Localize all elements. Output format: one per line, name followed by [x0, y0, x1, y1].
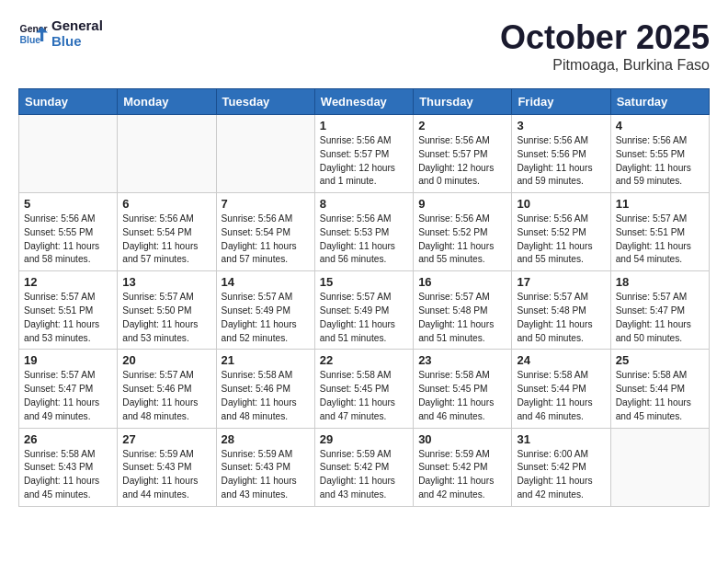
cell-sun-info: Sunrise: 5:56 AM Sunset: 5:56 PM Dayligh…	[517, 134, 605, 189]
day-number: 12	[24, 275, 112, 289]
weekday-header-wednesday: Wednesday	[314, 89, 413, 115]
day-number: 20	[122, 353, 210, 367]
location-subtitle: Pitmoaga, Burkina Faso	[500, 57, 710, 74]
calendar-cell: 30Sunrise: 5:59 AM Sunset: 5:42 PM Dayli…	[414, 428, 512, 506]
cell-sun-info: Sunrise: 5:56 AM Sunset: 5:54 PM Dayligh…	[122, 213, 210, 267]
calendar-cell: 18Sunrise: 5:57 AM Sunset: 5:47 PM Dayli…	[610, 271, 709, 350]
cell-sun-info: Sunrise: 5:59 AM Sunset: 5:43 PM Dayligh…	[222, 448, 310, 502]
day-number: 6	[122, 197, 210, 211]
calendar-cell: 3Sunrise: 5:56 AM Sunset: 5:56 PM Daylig…	[512, 115, 610, 193]
cell-sun-info: Sunrise: 5:56 AM Sunset: 5:52 PM Dayligh…	[418, 213, 506, 267]
calendar-cell: 5Sunrise: 5:56 AM Sunset: 5:55 PM Daylig…	[19, 193, 118, 271]
cell-sun-info: Sunrise: 5:57 AM Sunset: 5:50 PM Dayligh…	[122, 291, 210, 345]
cell-sun-info: Sunrise: 5:57 AM Sunset: 5:48 PM Dayligh…	[517, 291, 605, 345]
day-number: 30	[418, 432, 506, 446]
day-number: 14	[222, 275, 310, 289]
cell-sun-info: Sunrise: 5:57 AM Sunset: 5:49 PM Dayligh…	[320, 291, 408, 345]
day-number: 13	[122, 275, 210, 289]
day-number: 19	[24, 353, 112, 367]
calendar-cell: 22Sunrise: 5:58 AM Sunset: 5:45 PM Dayli…	[314, 350, 413, 428]
cell-sun-info: Sunrise: 5:57 AM Sunset: 5:47 PM Dayligh…	[24, 369, 112, 423]
logo-icon: General Blue	[18, 19, 48, 49]
calendar-week-4: 19Sunrise: 5:57 AM Sunset: 5:47 PM Dayli…	[19, 350, 710, 428]
day-number: 11	[616, 197, 704, 211]
cell-sun-info: Sunrise: 5:59 AM Sunset: 5:42 PM Dayligh…	[320, 448, 408, 502]
weekday-header-thursday: Thursday	[414, 89, 512, 115]
calendar-cell: 25Sunrise: 5:58 AM Sunset: 5:44 PM Dayli…	[610, 350, 709, 428]
day-number: 28	[222, 432, 310, 446]
calendar-week-5: 26Sunrise: 5:58 AM Sunset: 5:43 PM Dayli…	[19, 428, 710, 506]
calendar-cell: 24Sunrise: 5:58 AM Sunset: 5:44 PM Dayli…	[512, 350, 610, 428]
calendar-cell: 15Sunrise: 5:57 AM Sunset: 5:49 PM Dayli…	[314, 271, 413, 350]
cell-sun-info: Sunrise: 5:57 AM Sunset: 5:47 PM Dayligh…	[616, 291, 704, 345]
weekday-header-sunday: Sunday	[19, 89, 118, 115]
cell-sun-info: Sunrise: 5:59 AM Sunset: 5:42 PM Dayligh…	[418, 448, 506, 502]
day-number: 23	[418, 353, 506, 367]
calendar-cell: 23Sunrise: 5:58 AM Sunset: 5:45 PM Dayli…	[414, 350, 512, 428]
day-number: 22	[320, 353, 408, 367]
cell-sun-info: Sunrise: 5:57 AM Sunset: 5:49 PM Dayligh…	[222, 291, 310, 345]
day-number: 8	[320, 197, 408, 211]
calendar-cell: 13Sunrise: 5:57 AM Sunset: 5:50 PM Dayli…	[118, 271, 216, 350]
svg-text:Blue: Blue	[20, 34, 41, 44]
calendar-week-2: 5Sunrise: 5:56 AM Sunset: 5:55 PM Daylig…	[19, 193, 710, 271]
calendar-cell: 21Sunrise: 5:58 AM Sunset: 5:46 PM Dayli…	[216, 350, 314, 428]
weekday-header-monday: Monday	[118, 89, 216, 115]
calendar-cell: 11Sunrise: 5:57 AM Sunset: 5:51 PM Dayli…	[610, 193, 709, 271]
calendar-cell: 6Sunrise: 5:56 AM Sunset: 5:54 PM Daylig…	[118, 193, 216, 271]
calendar-week-3: 12Sunrise: 5:57 AM Sunset: 5:51 PM Dayli…	[19, 271, 710, 350]
calendar-cell	[216, 115, 314, 193]
calendar-cell: 1Sunrise: 5:56 AM Sunset: 5:57 PM Daylig…	[314, 115, 413, 193]
cell-sun-info: Sunrise: 5:59 AM Sunset: 5:43 PM Dayligh…	[122, 448, 210, 502]
calendar-cell: 7Sunrise: 5:56 AM Sunset: 5:54 PM Daylig…	[216, 193, 314, 271]
cell-sun-info: Sunrise: 6:00 AM Sunset: 5:42 PM Dayligh…	[517, 448, 605, 502]
day-number: 5	[24, 197, 112, 211]
cell-sun-info: Sunrise: 5:56 AM Sunset: 5:55 PM Dayligh…	[616, 134, 704, 189]
month-title: October 2025	[500, 18, 710, 57]
cell-sun-info: Sunrise: 5:58 AM Sunset: 5:45 PM Dayligh…	[418, 369, 506, 423]
cell-sun-info: Sunrise: 5:56 AM Sunset: 5:54 PM Dayligh…	[222, 213, 310, 267]
cell-sun-info: Sunrise: 5:57 AM Sunset: 5:48 PM Dayligh…	[418, 291, 506, 345]
logo: General Blue General Blue	[18, 18, 103, 49]
day-number: 10	[517, 197, 605, 211]
weekday-header-friday: Friday	[512, 89, 610, 115]
calendar-cell: 10Sunrise: 5:56 AM Sunset: 5:52 PM Dayli…	[512, 193, 610, 271]
cell-sun-info: Sunrise: 5:58 AM Sunset: 5:46 PM Dayligh…	[222, 369, 310, 423]
day-number: 24	[517, 353, 605, 367]
calendar-cell: 8Sunrise: 5:56 AM Sunset: 5:53 PM Daylig…	[314, 193, 413, 271]
day-number: 31	[517, 432, 605, 446]
page-header: General Blue General Blue October 2025 P…	[18, 18, 710, 74]
cell-sun-info: Sunrise: 5:58 AM Sunset: 5:45 PM Dayligh…	[320, 369, 408, 423]
calendar-cell	[118, 115, 216, 193]
calendar-cell: 17Sunrise: 5:57 AM Sunset: 5:48 PM Dayli…	[512, 271, 610, 350]
day-number: 17	[517, 275, 605, 289]
calendar-table: SundayMondayTuesdayWednesdayThursdayFrid…	[18, 88, 710, 507]
cell-sun-info: Sunrise: 5:56 AM Sunset: 5:57 PM Dayligh…	[418, 134, 506, 189]
calendar-cell: 26Sunrise: 5:58 AM Sunset: 5:43 PM Dayli…	[19, 428, 118, 506]
cell-sun-info: Sunrise: 5:56 AM Sunset: 5:57 PM Dayligh…	[320, 134, 408, 189]
day-number: 15	[320, 275, 408, 289]
calendar-cell: 31Sunrise: 6:00 AM Sunset: 5:42 PM Dayli…	[512, 428, 610, 506]
cell-sun-info: Sunrise: 5:58 AM Sunset: 5:44 PM Dayligh…	[517, 369, 605, 423]
cell-sun-info: Sunrise: 5:56 AM Sunset: 5:53 PM Dayligh…	[320, 213, 408, 267]
weekday-header-saturday: Saturday	[610, 89, 709, 115]
calendar-cell: 12Sunrise: 5:57 AM Sunset: 5:51 PM Dayli…	[19, 271, 118, 350]
day-number: 4	[616, 119, 704, 132]
calendar-cell: 9Sunrise: 5:56 AM Sunset: 5:52 PM Daylig…	[414, 193, 512, 271]
calendar-cell: 28Sunrise: 5:59 AM Sunset: 5:43 PM Dayli…	[216, 428, 314, 506]
day-number: 26	[24, 432, 112, 446]
day-number: 25	[616, 353, 704, 367]
calendar-cell: 16Sunrise: 5:57 AM Sunset: 5:48 PM Dayli…	[414, 271, 512, 350]
calendar-cell: 29Sunrise: 5:59 AM Sunset: 5:42 PM Dayli…	[314, 428, 413, 506]
cell-sun-info: Sunrise: 5:58 AM Sunset: 5:43 PM Dayligh…	[24, 448, 112, 502]
calendar-cell: 14Sunrise: 5:57 AM Sunset: 5:49 PM Dayli…	[216, 271, 314, 350]
cell-sun-info: Sunrise: 5:57 AM Sunset: 5:46 PM Dayligh…	[122, 369, 210, 423]
day-number: 21	[222, 353, 310, 367]
calendar-cell	[19, 115, 118, 193]
logo-blue: Blue	[51, 34, 103, 50]
title-block: October 2025 Pitmoaga, Burkina Faso	[500, 18, 710, 74]
day-number: 29	[320, 432, 408, 446]
cell-sun-info: Sunrise: 5:56 AM Sunset: 5:52 PM Dayligh…	[517, 213, 605, 267]
day-number: 3	[517, 119, 605, 132]
calendar-cell: 2Sunrise: 5:56 AM Sunset: 5:57 PM Daylig…	[414, 115, 512, 193]
